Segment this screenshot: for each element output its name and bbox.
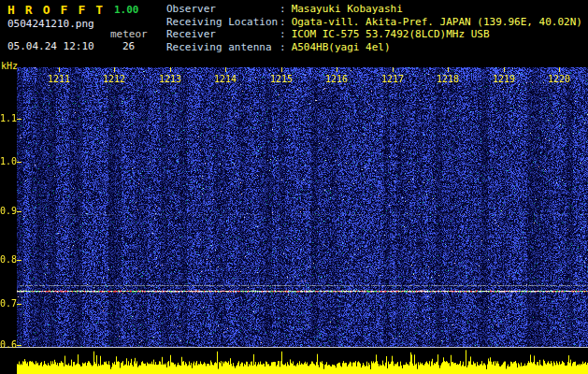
info-label: Receiver: [166, 28, 280, 41]
info-colon: :: [280, 41, 292, 53]
output-filename: 0504241210.png: [7, 18, 94, 30]
time-tick-label: 1219: [491, 74, 517, 84]
freq-tick-label: 0.9: [0, 206, 16, 216]
freq-tick-label: 0.8: [0, 254, 16, 265]
freq-axis-unit: kHz: [1, 61, 18, 71]
info-row-location: Receiving Location:Ogata-vill. Akita-Pre…: [166, 16, 582, 29]
time-tick-label: 1212: [101, 74, 127, 84]
info-value: Ogata-vill. Akita-Pref. JAPAN (139.96E, …: [292, 16, 582, 28]
time-tick-label: 1211: [46, 74, 72, 84]
time-tick-label: 1214: [212, 74, 238, 84]
freq-tick-label: 1.1: [0, 113, 16, 123]
mode-label: meteor: [110, 28, 148, 40]
info-label: Receiving Location: [166, 16, 280, 29]
spectrogram-canvas: [17, 67, 588, 347]
time-tick-label: 1218: [435, 74, 461, 84]
observation-info: Observer:Masayuki Kobayashi Receiving Lo…: [166, 3, 582, 53]
freq-tick-label: 1.0: [0, 156, 16, 166]
app-title: H R O F F T: [7, 3, 105, 17]
info-label: Observer: [166, 3, 280, 16]
app-version: 1.00: [114, 4, 139, 16]
info-row-antenna: Receiving antenna:A504HB(yagi 4el): [166, 41, 582, 54]
info-value: Masayuki Kobayashi: [292, 3, 403, 15]
info-colon: :: [280, 3, 292, 15]
signal-strength-canvas: [17, 348, 588, 374]
time-tick-label: 1215: [268, 74, 294, 84]
time-tick-label: 1213: [157, 74, 183, 84]
time-tick-label: 1217: [380, 74, 406, 84]
info-value: A504HB(yagi 4el): [292, 41, 391, 53]
info-row-receiver: Receiver:ICOM IC-575 53.7492(8LCD)MHz US…: [166, 28, 582, 41]
time-tick-label: 1216: [323, 74, 350, 84]
freq-tick-label: 0.7: [0, 298, 16, 309]
time-tick-label: 1220: [546, 74, 572, 84]
freq-tick-label: 0.6: [0, 339, 16, 350]
info-row-observer: Observer:Masayuki Kobayashi: [166, 3, 582, 16]
info-colon: :: [280, 28, 292, 40]
info-colon: :: [280, 16, 292, 28]
datetime-label: 05.04.24 12:10: [7, 40, 94, 52]
echo-count: 26: [122, 40, 135, 52]
info-value: ICOM IC-575 53.7492(8LCD)MHz USB: [292, 28, 490, 40]
hrofft-window: H R O F F T 1.00 0504241210.png meteor 0…: [0, 0, 588, 374]
info-label: Receiving antenna: [166, 41, 280, 54]
